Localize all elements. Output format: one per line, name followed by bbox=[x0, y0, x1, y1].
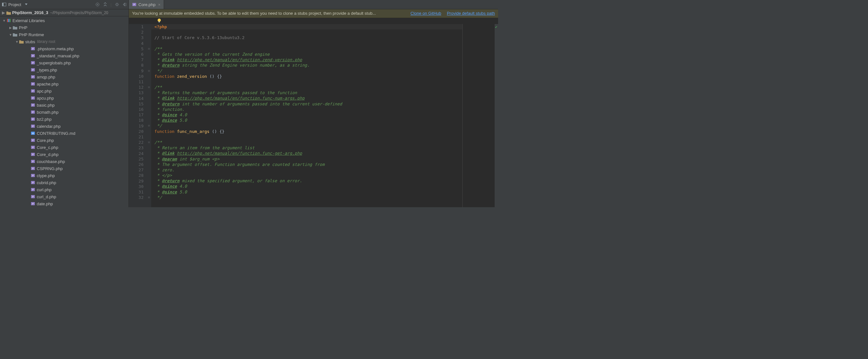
php-file-icon: P bbox=[31, 110, 35, 114]
gear-icon[interactable] bbox=[115, 2, 119, 7]
tree-external-libraries[interactable]: ▼ External Libraries bbox=[0, 17, 128, 24]
tree-file[interactable]: PCore_d.php bbox=[0, 151, 128, 158]
tree-file-label: curl_d.php bbox=[37, 194, 56, 199]
tree-file-label: basic.php bbox=[37, 103, 55, 108]
tree-file[interactable]: Pcouchbase.php bbox=[0, 158, 128, 165]
chevron-down-icon[interactable]: ▼ bbox=[15, 40, 19, 44]
project-name: PhpStorm_2016_3 bbox=[12, 10, 48, 15]
svg-text:P: P bbox=[32, 90, 34, 92]
php-file-icon: P bbox=[31, 152, 35, 157]
tree-file[interactable]: MCONTRIBUTING.md bbox=[0, 130, 128, 137]
tab-label: Core.php bbox=[138, 2, 155, 7]
project-sidebar: ▶ PhpStorm_2016_3 ~/PhpstormProjects/Php… bbox=[0, 9, 129, 207]
tree-file[interactable]: Pctype.php bbox=[0, 172, 128, 179]
svg-text:P: P bbox=[32, 111, 34, 113]
tree-file[interactable]: Pcalendar.php bbox=[0, 123, 128, 130]
tree-file[interactable]: Pcubrid.php bbox=[0, 179, 128, 186]
tree-file[interactable]: Pbz2.php bbox=[0, 116, 128, 123]
php-file-icon: P bbox=[31, 60, 35, 65]
line-number-gutter[interactable]: 1234567891011121314151617181920212223242… bbox=[129, 24, 147, 207]
tree-file[interactable]: Pamqp.php bbox=[0, 73, 128, 80]
tree-file-label: _superglobals.php bbox=[37, 60, 71, 65]
tree-file[interactable]: PCSPRNG.php bbox=[0, 165, 128, 172]
svg-text:P: P bbox=[32, 55, 34, 57]
tree-file[interactable]: Pcurl_d.php bbox=[0, 193, 128, 200]
svg-point-58 bbox=[158, 19, 161, 22]
svg-text:P: P bbox=[32, 196, 34, 198]
chevron-right-icon[interactable]: ▶ bbox=[8, 26, 13, 29]
tree-file-label: apache.php bbox=[37, 82, 59, 86]
php-file-icon: P bbox=[31, 194, 35, 199]
tree-file[interactable]: P_superglobals.php bbox=[0, 59, 128, 66]
tree-file-label: cubrid.php bbox=[37, 180, 56, 185]
chevron-down-icon[interactable]: ▼ bbox=[2, 19, 6, 22]
tree-file-label: curl.php bbox=[37, 187, 52, 192]
editor: You're looking at immutable embedded stu… bbox=[129, 9, 498, 207]
tree-file[interactable]: Papcu.php bbox=[0, 94, 128, 102]
tree-php[interactable]: ▶ PHP bbox=[0, 24, 128, 31]
scroll-from-source-icon[interactable] bbox=[95, 2, 100, 7]
editor-tab-bar: P Core.php × bbox=[129, 0, 498, 9]
php-file-icon: P bbox=[31, 54, 35, 58]
php-file-icon: P bbox=[132, 2, 136, 7]
tree-file-label: date.php bbox=[37, 201, 53, 206]
svg-text:P: P bbox=[32, 154, 34, 156]
tree-file[interactable]: Pbcmath.php bbox=[0, 109, 128, 116]
tree-label: stubs bbox=[25, 39, 35, 44]
tree-file[interactable]: Pdate.php bbox=[0, 200, 128, 207]
md-file-icon: M bbox=[31, 131, 35, 135]
tree-label: PHP Runtime bbox=[19, 32, 44, 37]
close-icon[interactable]: × bbox=[158, 2, 160, 7]
collapse-all-icon[interactable] bbox=[103, 2, 107, 7]
default-stubs-link[interactable]: Provide default stubs path bbox=[447, 11, 495, 16]
tree-file-label: Core_d.php bbox=[37, 152, 59, 157]
php-file-icon: P bbox=[31, 47, 35, 51]
php-file-icon: P bbox=[31, 138, 35, 142]
tree-stubs[interactable]: ▼ stubs library root bbox=[0, 38, 128, 45]
tree-file-label: .phpstorm.meta.php bbox=[37, 47, 74, 51]
tree-label-extra: library root bbox=[37, 39, 55, 44]
tree-file[interactable]: Pbasic.php bbox=[0, 102, 128, 109]
svg-text:P: P bbox=[32, 167, 34, 170]
tree-file-label: amqp.php bbox=[37, 75, 55, 79]
tree-file-label: apc.php bbox=[37, 89, 52, 93]
editor-right-margin bbox=[462, 24, 494, 207]
tree-file[interactable]: Pcurl.php bbox=[0, 186, 128, 193]
php-file-icon: P bbox=[31, 89, 35, 93]
svg-text:P: P bbox=[32, 161, 34, 163]
tree-file-label: Core_c.php bbox=[37, 145, 58, 150]
dropdown-icon[interactable] bbox=[25, 3, 28, 5]
svg-text:P: P bbox=[32, 83, 34, 85]
tree-file[interactable]: Papache.php bbox=[0, 80, 128, 87]
hide-icon[interactable] bbox=[122, 2, 127, 7]
fold-gutter[interactable]: ⊟⊟⊟⊟⊟⊟ bbox=[147, 24, 151, 207]
tree-file[interactable]: P_standard_manual.php bbox=[0, 52, 128, 59]
clone-github-link[interactable]: Clone on GitHub bbox=[410, 11, 441, 16]
php-file-icon: P bbox=[31, 187, 35, 192]
php-file-icon: P bbox=[31, 159, 35, 164]
chevron-right-icon: ▶ bbox=[2, 10, 5, 15]
tree-file[interactable]: PCore.php bbox=[0, 137, 128, 144]
tree-file[interactable]: P_types.php bbox=[0, 66, 128, 73]
tree-file[interactable]: P.phpstorm.meta.php bbox=[0, 45, 128, 52]
folder-icon bbox=[13, 33, 17, 36]
tab-core-php[interactable]: P Core.php × bbox=[129, 0, 164, 9]
divider: | bbox=[111, 2, 112, 7]
php-file-icon: P bbox=[31, 201, 35, 206]
error-stripe[interactable]: ✔ bbox=[494, 24, 498, 207]
tree-php-runtime[interactable]: ▼ PHP Runtime bbox=[0, 31, 128, 38]
tree-file-label: ctype.php bbox=[37, 173, 55, 178]
breadcrumb[interactable]: ▶ PhpStorm_2016_3 ~/PhpstormProjects/Php… bbox=[0, 9, 128, 16]
tree-file-label: CSPRNG.php bbox=[37, 166, 63, 171]
tree-label: PHP bbox=[19, 25, 28, 30]
svg-text:P: P bbox=[32, 76, 34, 78]
svg-rect-59 bbox=[159, 22, 160, 22]
project-tree[interactable]: ▼ External Libraries ▶ PHP ▼ bbox=[0, 16, 128, 207]
library-icon bbox=[6, 18, 11, 23]
tree-file-label: couchbase.php bbox=[37, 159, 65, 164]
code-content[interactable]: <?php// Start of Core v.5.3.6-13ubuntu3.… bbox=[151, 24, 462, 207]
tree-file[interactable]: PCore_c.php bbox=[0, 144, 128, 151]
tree-file[interactable]: Papc.php bbox=[0, 87, 128, 94]
lightbulb-icon[interactable] bbox=[157, 18, 161, 23]
chevron-down-icon[interactable]: ▼ bbox=[8, 33, 13, 36]
